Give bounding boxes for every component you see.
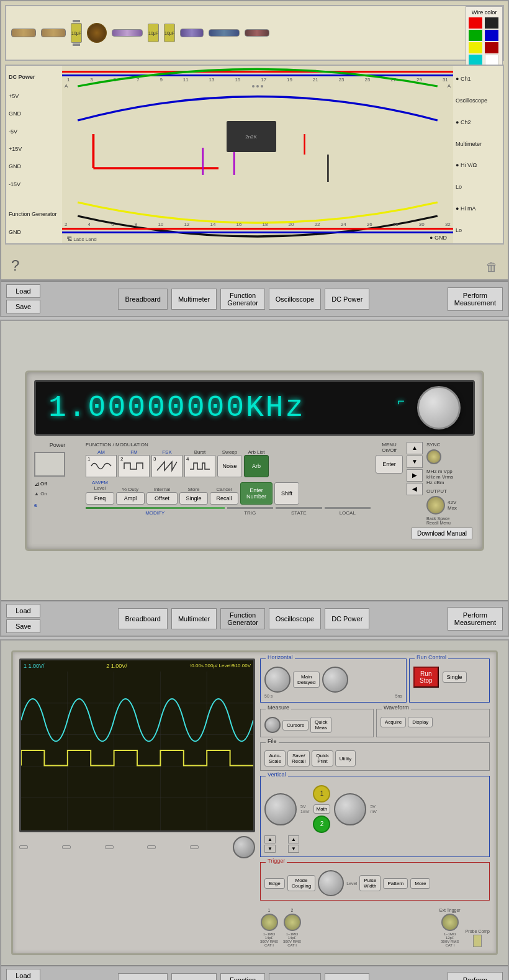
tab-dc-power-3[interactable]: DC Power — [325, 973, 369, 981]
ch2-button[interactable]: 2 — [313, 816, 330, 833]
osc-btn-3[interactable] — [105, 845, 114, 849]
perform-measurement-1[interactable]: Perform Measurement — [448, 287, 503, 311]
fg-freq-button[interactable]: Freq — [86, 492, 114, 505]
fg-enter-number-button[interactable]: Enter Number — [240, 482, 273, 505]
tab-multimeter-1[interactable]: Multimeter — [171, 289, 217, 310]
pattern-button[interactable]: Pattern — [383, 878, 408, 889]
osc-btn-5[interactable] — [190, 845, 199, 849]
more-button[interactable]: More — [410, 878, 430, 889]
math-button[interactable]: Math — [313, 804, 331, 814]
fg-waveform-4[interactable]: 4 — [184, 455, 215, 477]
osc-intensity-knob[interactable] — [233, 836, 255, 858]
fg-modulation-row: AM 1 FM — [86, 449, 371, 477]
component-inductor[interactable] — [87, 23, 107, 43]
component-resistor-1[interactable] — [11, 29, 36, 37]
perform-measurement-2[interactable]: Perform Measurement — [448, 607, 503, 631]
tab-dc-power-1[interactable]: DC Power — [325, 289, 369, 310]
fg-nav-down[interactable]: ▼ — [407, 456, 423, 468]
v-down-1[interactable]: ▼ — [264, 845, 276, 853]
load-button-3[interactable]: Load — [6, 969, 40, 980]
fg-off-on: ⊿ Off — [34, 480, 81, 487]
fg-recall-button[interactable]: Recall — [210, 492, 238, 505]
fg-enter-button[interactable]: Enter — [376, 455, 403, 474]
save-button-2[interactable]: Save — [6, 619, 40, 633]
fg-offset-button[interactable]: Offset — [146, 492, 178, 505]
run-stop-button[interactable]: Run Stop — [413, 667, 439, 688]
osc-btn-4[interactable] — [147, 845, 156, 849]
component-resistor-5[interactable] — [209, 29, 240, 37]
osc-undo-knob[interactable] — [264, 717, 281, 733]
tab-breadboard-1[interactable]: Breadboard — [118, 289, 168, 310]
trig-bar: TRIG — [227, 507, 274, 516]
tab-multimeter-2[interactable]: Multimeter — [171, 608, 217, 629]
fg-power-button[interactable] — [34, 452, 65, 477]
tab-oscilloscope-2[interactable]: Oscilloscope — [269, 608, 321, 629]
fg-on-label: ▲ On — [34, 491, 81, 497]
volt-hi-label: ● Hi V/Ω — [456, 162, 500, 168]
pulse-width-button[interactable]: Pulse Width — [359, 875, 381, 891]
component-resistor-2[interactable] — [41, 29, 66, 37]
toolbar-2: Load Save Breadboard Multimeter Function… — [1, 600, 508, 636]
tab-oscilloscope-1[interactable]: Oscilloscope — [269, 289, 321, 310]
tab-breadboard-2[interactable]: Breadboard — [118, 608, 168, 629]
save-recall-button[interactable]: Save/ Recall — [287, 750, 310, 766]
load-button-1[interactable]: Load — [6, 284, 40, 298]
run-control-btns: Run Stop Single — [413, 667, 485, 688]
edge-button[interactable]: Edge — [264, 878, 285, 889]
acquire-button[interactable]: Acquire — [381, 717, 406, 727]
utility-button[interactable]: Utility — [335, 750, 356, 766]
help-icon[interactable]: ? — [11, 257, 19, 274]
tab-breadboard-3[interactable]: Breadboard — [118, 973, 168, 981]
tab-oscilloscope-3[interactable]: Oscilloscope — [269, 973, 321, 981]
fg-nav-right[interactable]: ▶ — [407, 469, 423, 482]
osc-trig-knob[interactable] — [318, 870, 344, 896]
ch1-button[interactable]: 1 — [313, 785, 330, 802]
tab-function-generator-2[interactable]: Function Generator — [220, 608, 265, 629]
fg-shift-button[interactable]: Shift — [274, 482, 299, 505]
quick-print-button[interactable]: Quick Print — [312, 750, 333, 766]
mode-coupling-button[interactable]: Mode Coupling — [287, 875, 316, 891]
osc-h-knob-1[interactable] — [264, 667, 291, 693]
cursors-button[interactable]: Cursors — [282, 720, 309, 731]
tab-function-generator-3[interactable]: Function Generator — [220, 973, 265, 981]
v-down-2[interactable]: ▼ — [288, 845, 299, 853]
v-up-1[interactable]: ▲ — [264, 835, 276, 843]
save-button-1[interactable]: Save — [6, 300, 40, 313]
fg-ampl-button[interactable]: Ampl — [116, 492, 145, 505]
tab-function-generator-1[interactable]: Function Generator — [220, 289, 265, 310]
perform-measurement-3[interactable]: Perform Measurement — [448, 972, 503, 981]
osc-horizontal-label: Horizontal — [266, 654, 295, 660]
fg-waveform-3[interactable]: 3 — [151, 455, 182, 477]
component-capacitor-1[interactable]: 10μF — [71, 20, 82, 46]
fg-nav-backspace[interactable]: ◀ — [407, 483, 423, 495]
osc-v-knob-1[interactable] — [264, 793, 297, 825]
osc-btn-1[interactable] — [19, 845, 28, 849]
quick-meas-button[interactable]: Quick Meas — [310, 717, 331, 733]
component-resistor-4[interactable] — [180, 29, 204, 37]
fg-waveform-1[interactable]: 1 — [86, 455, 117, 477]
auto-scale-button[interactable]: Auto- Scale — [264, 750, 286, 766]
fg-main-knob[interactable] — [417, 386, 461, 429]
single-button[interactable]: Single — [443, 672, 467, 683]
fg-nav-up[interactable]: ▲ — [407, 442, 423, 454]
tab-dc-power-2[interactable]: DC Power — [325, 608, 369, 629]
download-manual-button[interactable]: Download Manual — [412, 528, 472, 539]
fg-noise-button[interactable]: Noise — [217, 455, 242, 477]
osc-btn-2[interactable] — [62, 845, 71, 849]
main-delayed-button[interactable]: Main Delayed — [293, 672, 320, 688]
osc-v-knob-2[interactable] — [334, 793, 366, 825]
tab-multimeter-3[interactable]: Multimeter — [171, 973, 217, 981]
v-up-2[interactable]: ▲ — [288, 835, 299, 843]
fg-arb-button[interactable]: Arb — [244, 455, 269, 477]
trash-icon[interactable]: 🗑 — [485, 260, 498, 274]
fg-waveform-2[interactable]: 2 — [119, 455, 150, 477]
component-capacitor-3[interactable]: 10μF — [164, 24, 175, 42]
fg-single-button[interactable]: Single — [179, 492, 208, 505]
component-capacitor-2[interactable]: 10μF — [148, 24, 159, 42]
component-resistor-3[interactable] — [112, 29, 143, 37]
display-button[interactable]: Display — [408, 717, 433, 727]
osc-ext-connector — [441, 914, 459, 931]
osc-h-knob-2[interactable] — [322, 667, 348, 693]
component-resistor-6[interactable] — [245, 29, 269, 37]
load-button-2[interactable]: Load — [6, 604, 40, 618]
